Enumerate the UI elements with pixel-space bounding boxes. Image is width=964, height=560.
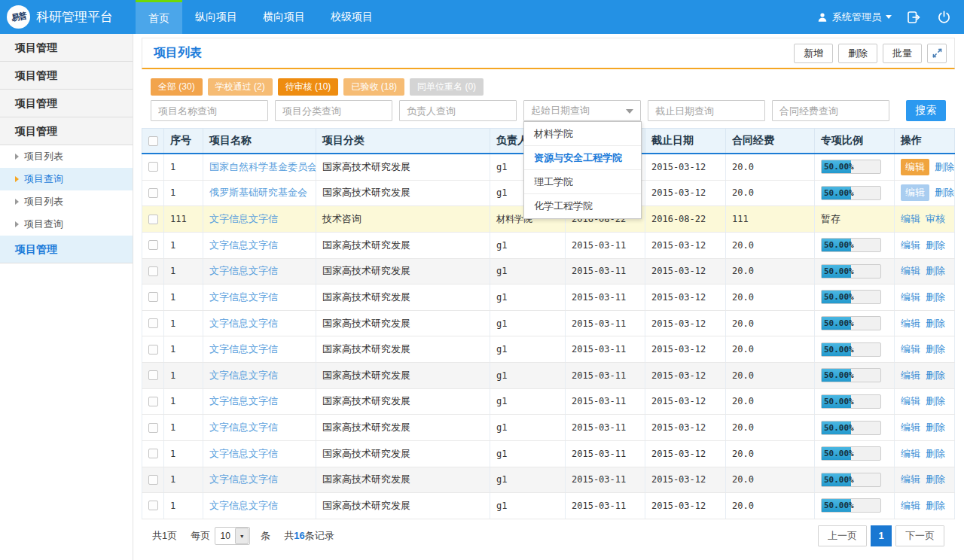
delete-link[interactable]: 删除 xyxy=(935,186,954,199)
row-checkbox[interactable] xyxy=(148,501,158,510)
sidebar-item-3[interactable]: 项目管理 xyxy=(0,90,133,117)
filter-chip-3[interactable]: 待审核 (10) xyxy=(278,78,339,96)
edit-link[interactable]: 编辑 xyxy=(901,473,920,486)
total-pages-text: 共1页 xyxy=(152,529,177,543)
row-checkbox[interactable] xyxy=(148,162,158,172)
search-input-5[interactable] xyxy=(648,100,765,121)
row-checkbox[interactable] xyxy=(148,397,158,406)
edit-link[interactable]: 编辑 xyxy=(901,212,920,226)
edit-button[interactable]: 编辑 xyxy=(901,184,929,201)
project-name-link[interactable]: 文字信息文字信 xyxy=(209,317,278,330)
edit-link[interactable]: 编辑 xyxy=(901,264,920,278)
row-checkbox[interactable] xyxy=(148,266,158,276)
row-checkbox[interactable] xyxy=(148,292,158,302)
sidebar-subitem-7[interactable]: 项目列表 xyxy=(0,190,133,213)
search-input-6[interactable] xyxy=(772,100,889,121)
project-name-link[interactable]: 文字信息文字信 xyxy=(209,499,278,513)
dropdown-option-1[interactable]: 材料学院 xyxy=(524,122,641,146)
edit-link[interactable]: 编辑 xyxy=(901,317,920,330)
sidebar-item-1[interactable]: 项目管理 xyxy=(0,34,133,62)
user-menu[interactable]: 系统管理员 xyxy=(817,11,892,24)
next-page-button[interactable]: 下一页 xyxy=(895,525,944,546)
row-checkbox[interactable] xyxy=(148,370,158,380)
row-checkbox[interactable] xyxy=(148,318,158,328)
add-button[interactable]: 新增 xyxy=(794,44,833,63)
project-name-link[interactable]: 文字信息文字信 xyxy=(209,264,278,278)
project-name-link[interactable]: 国家自然科学基金委员会 xyxy=(209,160,316,174)
sidebar-item-2[interactable]: 项目管理 xyxy=(0,62,133,90)
delete-link[interactable]: 删除 xyxy=(926,264,945,278)
delete-link[interactable]: 删除 xyxy=(926,473,945,486)
nav-tab-4[interactable]: 校级项目 xyxy=(318,0,386,34)
nav-tab-1[interactable]: 首页 xyxy=(136,0,182,34)
filter-chip-1[interactable]: 全部 (30) xyxy=(151,78,203,96)
project-name-link[interactable]: 文字信息文字信 xyxy=(209,369,278,382)
project-name-link[interactable]: 文字信息文字信 xyxy=(209,239,278,252)
start-date-select[interactable]: 起始日期查询 xyxy=(523,100,641,121)
power-icon[interactable] xyxy=(935,9,952,26)
search-input-2[interactable] xyxy=(275,100,392,121)
delete-link[interactable]: 删除 xyxy=(926,369,945,382)
edit-link[interactable]: 编辑 xyxy=(901,239,920,252)
search-button[interactable]: 搜索 xyxy=(906,100,946,121)
search-input-3[interactable] xyxy=(399,100,517,121)
row-checkbox[interactable] xyxy=(148,215,158,224)
delete-link[interactable]: 删除 xyxy=(926,394,945,408)
delete-link[interactable]: 删除 xyxy=(926,317,945,330)
dropdown-option-2[interactable]: 资源与安全工程学院 xyxy=(524,146,641,170)
row-checkbox[interactable] xyxy=(148,423,158,433)
review-link[interactable]: 审核 xyxy=(926,212,945,226)
nav-tab-2[interactable]: 纵向项目 xyxy=(182,0,250,34)
delete-link[interactable]: 删除 xyxy=(935,160,954,174)
delete-button[interactable]: 删除 xyxy=(838,44,877,63)
edit-link[interactable]: 编辑 xyxy=(901,342,920,356)
project-name-link[interactable]: 文字信息文字信 xyxy=(209,342,278,356)
checkbox-cell xyxy=(142,441,164,467)
edit-link[interactable]: 编辑 xyxy=(901,421,920,434)
search-input-1[interactable] xyxy=(151,100,268,121)
delete-link[interactable]: 删除 xyxy=(926,421,945,434)
edit-link[interactable]: 编辑 xyxy=(901,291,920,304)
edit-link[interactable]: 编辑 xyxy=(901,394,920,408)
project-name-link[interactable]: 俄罗斯基础研究基金会 xyxy=(209,186,307,199)
delete-link[interactable]: 删除 xyxy=(926,291,945,304)
project-name-link[interactable]: 文字信息文字信 xyxy=(209,212,278,226)
delete-link[interactable]: 删除 xyxy=(926,239,945,252)
row-checkbox[interactable] xyxy=(148,345,158,355)
sidebar-subitem-5[interactable]: 项目列表 xyxy=(0,145,133,168)
select-all-checkbox[interactable] xyxy=(148,136,158,146)
page-size-select[interactable]: 10 ▼ xyxy=(215,527,250,545)
batch-button[interactable]: 批量 xyxy=(883,44,922,63)
sidebar-item-4[interactable]: 项目管理 xyxy=(0,117,133,145)
prev-page-button[interactable]: 上一页 xyxy=(818,525,867,546)
delete-link[interactable]: 删除 xyxy=(926,499,945,513)
project-name-link[interactable]: 文字信息文字信 xyxy=(209,421,278,434)
filter-chip-5[interactable]: 同单位重名 (0) xyxy=(410,78,484,96)
delete-link[interactable]: 删除 xyxy=(926,342,945,356)
row-checkbox[interactable] xyxy=(148,475,158,485)
triangle-right-icon xyxy=(15,221,19,227)
filter-chip-4[interactable]: 已验收 (18) xyxy=(343,78,404,96)
row-checkbox[interactable] xyxy=(148,188,158,198)
sidebar-item-9[interactable]: 项目管理 xyxy=(0,236,133,263)
filter-chip-2[interactable]: 学校通过 (2) xyxy=(208,78,273,96)
expand-icon[interactable] xyxy=(927,44,947,63)
sidebar-subitem-8[interactable]: 项目查询 xyxy=(0,213,133,236)
edit-link[interactable]: 编辑 xyxy=(901,369,920,382)
sidebar-subitem-6[interactable]: 项目查询 xyxy=(0,168,133,190)
project-name-link[interactable]: 文字信息文字信 xyxy=(209,473,278,486)
edit-link[interactable]: 编辑 xyxy=(901,499,920,513)
nav-tab-3[interactable]: 横向项目 xyxy=(250,0,318,34)
dropdown-option-4[interactable]: 化学工程学院 xyxy=(524,194,641,218)
project-name-link[interactable]: 文字信息文字信 xyxy=(209,291,278,304)
project-name-link[interactable]: 文字信息文字信 xyxy=(209,394,278,408)
edit-button[interactable]: 编辑 xyxy=(901,159,929,175)
edit-link[interactable]: 编辑 xyxy=(901,447,920,461)
switch-system-icon[interactable] xyxy=(905,9,922,26)
delete-link[interactable]: 删除 xyxy=(926,447,945,461)
row-checkbox[interactable] xyxy=(148,240,158,250)
dropdown-option-3[interactable]: 理工学院 xyxy=(524,170,641,194)
project-name-link[interactable]: 文字信息文字信 xyxy=(209,447,278,461)
row-checkbox[interactable] xyxy=(148,449,158,458)
current-page-button[interactable]: 1 xyxy=(871,525,892,546)
